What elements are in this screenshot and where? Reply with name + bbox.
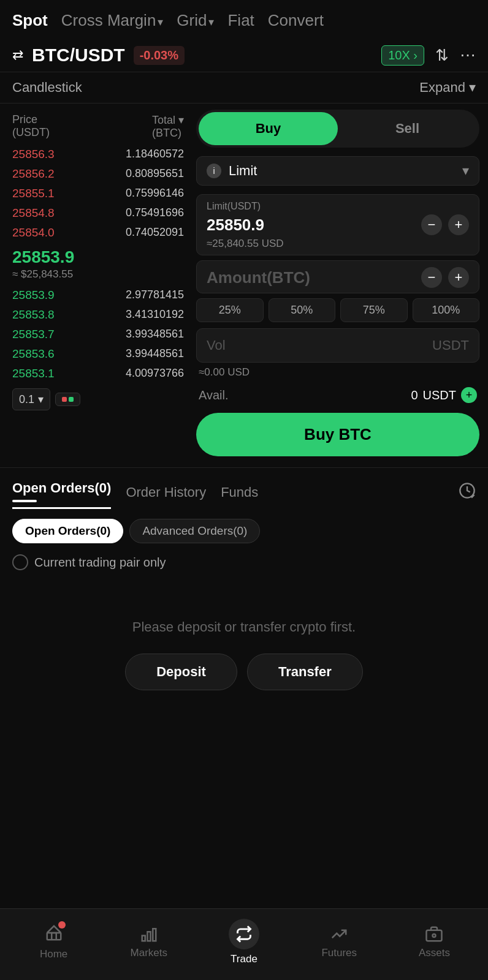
trade-icon (235, 925, 253, 943)
nav-spot[interactable]: Spot (12, 11, 48, 30)
chart-settings-icon[interactable]: ⇅ (435, 46, 449, 65)
nav-item-assets[interactable]: Assets (387, 925, 482, 959)
amount-decrement[interactable]: − (421, 267, 442, 288)
svg-point-7 (433, 934, 436, 937)
nav-grid[interactable]: Grid▾ (177, 11, 214, 30)
clock-icon[interactable] (459, 482, 476, 508)
nav-fiat[interactable]: Fiat (227, 11, 254, 30)
more-options-icon[interactable]: ⋯ (460, 46, 476, 65)
trade-label: Trade (231, 953, 257, 965)
avail-value: 0 USDT + (411, 387, 477, 403)
ob-ask-row[interactable]: 25855.1 0.75996146 (6, 184, 190, 203)
trade-panel: Buy Sell i Limit ▾ Limit(USDT) − + ≈25,8… (190, 105, 488, 461)
tab-open-orders[interactable]: Open Orders(0) (12, 480, 111, 509)
limit-decrement[interactable]: − (421, 214, 442, 235)
pair-header: ⇄ BTC/USDT -0.03% 10X › ⇅ ⋯ (0, 39, 488, 72)
buy-btc-button[interactable]: Buy BTC (196, 413, 479, 456)
order-type-label: Limit (229, 163, 462, 179)
ob-ask-row[interactable]: 25856.3 1.18460572 (6, 145, 190, 164)
ob-bid-row[interactable]: 25853.9 2.97781415 (6, 285, 190, 305)
nav-cross-margin[interactable]: Cross Margin▾ (61, 11, 164, 30)
markets-label: Markets (131, 947, 167, 959)
active-tab-indicator (12, 500, 37, 502)
pair-change-badge: -0.03% (134, 46, 185, 65)
pct-50[interactable]: 50% (269, 298, 336, 322)
ob-ask-row[interactable]: 25856.2 0.80895651 (6, 164, 190, 184)
sell-tab[interactable]: Sell (338, 112, 477, 145)
filter-label: Current trading pair only (34, 556, 166, 570)
limit-input[interactable] (207, 216, 421, 235)
pct-row: 25% 50% 75% 100% (196, 298, 479, 322)
pct-75[interactable]: 75% (340, 298, 408, 322)
futures-label: Futures (321, 947, 357, 959)
tab-order-history[interactable]: Order History (126, 484, 206, 505)
vol-input-group[interactable]: Vol USDT (196, 328, 479, 363)
limit-input-row: − + (207, 214, 469, 235)
filter-radio[interactable] (12, 554, 28, 570)
top-nav: Spot Cross Margin▾ Grid▾ Fiat Convert (0, 0, 488, 39)
limit-usd-approx: ≈25,840.55 USD (207, 235, 469, 250)
expand-button[interactable]: Expand ▾ (419, 80, 476, 96)
ob-bid-row[interactable]: 25853.8 3.41310192 (6, 305, 190, 325)
limit-input-group: Limit(USDT) − + ≈25,840.55 USD (196, 194, 479, 255)
ob-price-header: Price(USDT) (12, 113, 50, 140)
svg-rect-2 (47, 933, 61, 940)
buy-tab[interactable]: Buy (199, 112, 338, 145)
assets-icon (425, 925, 443, 943)
precision-selector[interactable]: 0.1 ▾ (12, 388, 50, 410)
pair-header-actions: 10X › ⇅ ⋯ (381, 45, 476, 66)
order-type-dropdown-arrow: ▾ (462, 163, 469, 179)
ob-asks: 25856.3 1.18460572 25856.2 0.80895651 25… (6, 145, 190, 243)
mid-price-value: 25853.9 (12, 247, 184, 267)
vol-currency: USDT (432, 337, 469, 353)
orders-tabs: Open Orders(0) Order History Funds (12, 480, 476, 509)
nav-item-futures[interactable]: Futures (292, 925, 387, 959)
tab-funds[interactable]: Funds (221, 484, 258, 505)
cross-margin-chevron: ▾ (158, 16, 163, 28)
limit-increment[interactable]: + (448, 214, 469, 235)
nav-item-markets[interactable]: Markets (101, 925, 196, 959)
avail-label: Avail. (199, 388, 229, 402)
ob-header: Price(USDT) Total ▾(BTC) (6, 111, 190, 145)
limit-controls: − + (421, 214, 469, 235)
subtab-open-orders[interactable]: Open Orders(0) (12, 519, 123, 543)
ob-bid-row[interactable]: 25853.6 3.99448561 (6, 344, 190, 364)
filter-row: Current trading pair only (12, 554, 476, 570)
vol-placeholder: Vol (207, 337, 432, 353)
markets-icon (140, 925, 158, 943)
swap-icon[interactable]: ⇄ (12, 47, 23, 63)
ask-indicator (62, 397, 67, 402)
svg-rect-6 (427, 930, 442, 941)
nav-item-home[interactable]: Home (6, 924, 101, 960)
assets-label: Assets (419, 947, 450, 959)
amount-input[interactable] (207, 268, 421, 287)
deposit-button[interactable]: Deposit (125, 654, 237, 690)
candlestick-bar: Candlestick Expand ▾ (0, 72, 488, 104)
ob-ask-row[interactable]: 25854.0 0.74052091 (6, 223, 190, 243)
ob-view-toggle[interactable] (55, 393, 80, 406)
ob-bid-row[interactable]: 25853.7 3.99348561 (6, 325, 190, 344)
pct-100[interactable]: 100% (413, 298, 480, 322)
transfer-button[interactable]: Transfer (247, 654, 363, 690)
home-icon-container (45, 924, 63, 944)
pair-name[interactable]: BTC/USDT (32, 45, 125, 66)
bid-indicator (69, 397, 74, 402)
ob-bid-row[interactable]: 25853.1 4.00973766 (6, 364, 190, 383)
nav-item-trade[interactable]: Trade (196, 919, 291, 965)
action-buttons: Deposit Transfer (25, 654, 463, 690)
bottom-spacer (0, 709, 488, 782)
home-notification-dot (58, 921, 66, 929)
ob-ask-row[interactable]: 25854.8 0.75491696 (6, 203, 190, 223)
order-book: Price(USDT) Total ▾(BTC) 25856.3 1.18460… (0, 105, 190, 461)
limit-label: Limit(USDT) (207, 201, 469, 212)
order-type-selector[interactable]: i Limit ▾ (196, 156, 479, 186)
subtab-advanced-orders[interactable]: Advanced Orders(0) (129, 519, 260, 543)
vol-usd-approx: ≈0.00 USD (196, 366, 479, 385)
pct-25[interactable]: 25% (196, 298, 264, 322)
nav-convert[interactable]: Convert (268, 11, 324, 30)
add-funds-icon[interactable]: + (461, 387, 477, 403)
amount-increment[interactable]: + (448, 267, 469, 288)
svg-rect-3 (142, 936, 145, 941)
empty-state: Please deposit or transfer crypto first.… (12, 582, 476, 709)
leverage-badge[interactable]: 10X › (381, 45, 424, 66)
